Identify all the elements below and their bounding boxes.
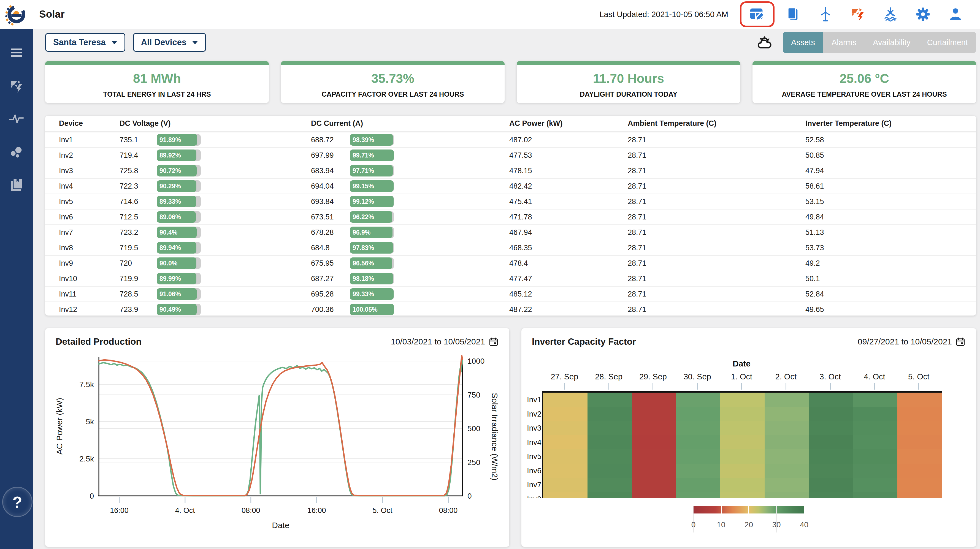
heatmap-cell[interactable] [632,421,676,435]
heatmap-cell[interactable] [632,478,676,492]
table-row[interactable]: Inv12723.990.49%700.36100.05%487.2228.71… [45,301,976,316]
heatmap-cell[interactable] [543,478,587,492]
heatmap-cell[interactable] [543,393,587,407]
heatmap-cell[interactable] [720,478,765,492]
heatmap-cell[interactable] [543,492,587,498]
menu-icon[interactable] [8,29,25,62]
heatmap-cell[interactable] [676,435,720,450]
heatmap-cell[interactable] [587,478,632,492]
solar-assets-icon[interactable] [8,77,25,95]
heatmap-cell[interactable] [897,393,942,407]
reports-icon[interactable] [8,176,25,194]
heatmap-cell[interactable] [897,464,942,478]
heatmap-cell[interactable] [543,421,587,435]
table-row[interactable]: Inv3725.890.72%683.9497.71%478.1528.7147… [45,163,976,178]
heatmap-cell[interactable] [853,449,897,464]
heatmap-cell[interactable] [720,464,765,478]
heatmap-cell[interactable] [632,435,676,450]
heatmap-cell[interactable] [676,492,720,498]
heatmap-cell[interactable] [587,393,632,407]
table-row[interactable]: Inv11728.591.06%695.2899.33%485.1228.715… [45,286,976,301]
heatmap-cell[interactable] [676,464,720,478]
heatmap-cell[interactable] [632,449,676,464]
table-row[interactable]: Inv5714.689.33%693.8499.12%475.4128.7153… [45,194,976,209]
heatmap-cell[interactable] [897,478,942,492]
heatmap-cell[interactable] [809,492,853,498]
heatmap-cell[interactable] [676,421,720,435]
settings-gear-icon[interactable] [913,5,932,24]
table-row[interactable]: Inv7723.290.4%678.2896.9%467.9428.7151.1… [45,224,976,240]
heatmap-cell[interactable] [543,449,587,464]
heatmap-cell[interactable] [765,407,809,421]
date-range-picker[interactable]: 09/27/2021 to 10/05/2021 [858,337,965,346]
heatmap-cell[interactable] [543,435,587,450]
tab-availability[interactable]: Availability [865,32,919,53]
tab-alarms[interactable]: Alarms [823,32,865,53]
weather-icon[interactable] [756,34,773,51]
heatmap-cell[interactable] [809,435,853,450]
heatmap-cell[interactable] [765,435,809,450]
table-row[interactable]: Inv2719.489.92%697.9999.71%477.5328.7150… [45,147,976,163]
heatmap-cell[interactable] [587,492,632,498]
help-button[interactable]: ? [2,487,32,517]
heatmap-cell[interactable] [765,492,809,498]
heatmap-cell[interactable] [587,421,632,435]
heatmap-cell[interactable] [853,435,897,450]
heatmap-cell[interactable] [809,449,853,464]
table-row[interactable]: Inv972090.0%675.9596.56%478.428.7149.2 [45,255,976,271]
heatmap-cell[interactable] [809,464,853,478]
heatmap-cell[interactable] [765,464,809,478]
heatmap-cell[interactable] [632,407,676,421]
heatmap-cell[interactable] [897,435,942,450]
heatmap-cell[interactable] [853,393,897,407]
user-icon[interactable] [946,5,965,24]
heatmap-cell[interactable] [676,478,720,492]
heatmap-cell[interactable] [809,421,853,435]
heatmap-cell[interactable] [809,407,853,421]
heatmap-cell[interactable] [720,407,765,421]
activity-icon[interactable] [8,110,25,128]
heatmap-cell[interactable] [587,449,632,464]
heatmap-cell[interactable] [765,393,809,407]
heatmap-cell[interactable] [543,464,587,478]
documents-icon[interactable] [783,5,803,24]
site-dropdown[interactable]: Santa Teresa [45,33,125,52]
heatmap-cell[interactable] [587,407,632,421]
table-row[interactable]: Inv1735.191.89%688.7298.39%487.0228.7152… [45,132,976,147]
heatmap-cell[interactable] [897,449,942,464]
heatmap-cell[interactable] [853,478,897,492]
dashboard-edit-icon[interactable] [748,5,767,24]
heatmap-cell[interactable] [720,435,765,450]
heatmap-cell[interactable] [765,449,809,464]
tab-curtailment[interactable]: Curtailment [919,32,976,53]
heatmap-cell[interactable] [632,464,676,478]
heatmap-cell[interactable] [897,407,942,421]
heatmap-cell[interactable] [632,393,676,407]
heatmap-cell[interactable] [676,407,720,421]
heatmap-cell[interactable] [720,449,765,464]
heatmap-cell[interactable] [587,464,632,478]
heatmap-cell[interactable] [543,407,587,421]
table-row[interactable]: Inv8719.589.94%684.897.83%468.3528.7153.… [45,240,976,255]
hydro-asset-icon[interactable] [881,5,900,24]
heatmap-cell[interactable] [809,393,853,407]
solar-asset-icon[interactable] [848,5,868,24]
date-range-picker[interactable]: 10/03/2021 to 10/05/2021 [391,337,498,346]
device-dropdown[interactable]: All Devices [133,33,206,52]
heatmap-cell[interactable] [587,435,632,450]
heatmap-cell[interactable] [809,478,853,492]
heatmap-cell[interactable] [676,449,720,464]
heatmap-cell[interactable] [720,492,765,498]
production-line-chart[interactable]: 02.5k5k7.5k0250500750100016:004. Oct08:0… [45,349,509,541]
heatmap-cell[interactable] [853,464,897,478]
heatmap-cell[interactable] [853,407,897,421]
heatmap-cell[interactable] [765,478,809,492]
heatmap-cell[interactable] [676,393,720,407]
heatmap-cell[interactable] [897,492,942,498]
table-row[interactable]: Inv6712.589.06%673.5196.22%471.7828.7149… [45,209,976,224]
capacity-factor-heatmap[interactable]: Inv1Inv2Inv3Inv4Inv5Inv6Inv7Inv8 [527,391,976,498]
table-row[interactable]: Inv10719.989.99%687.2798.18%477.4728.715… [45,271,976,286]
heatmap-cell[interactable] [853,492,897,498]
heatmap-cell[interactable] [853,421,897,435]
heatmap-cell[interactable] [632,492,676,498]
